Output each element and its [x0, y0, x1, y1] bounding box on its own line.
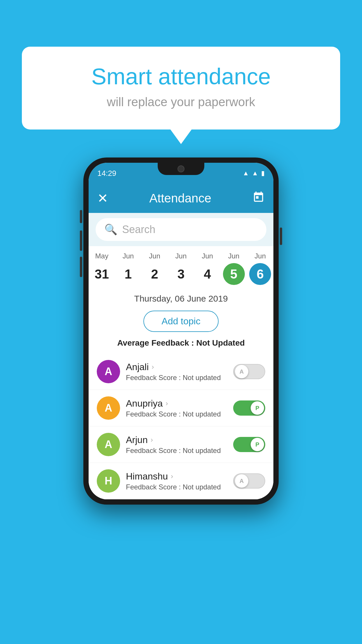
phone-mockup: 14:29 ▲ ▲ ▮ ✕ Attendance: [83, 158, 279, 505]
day-number-2: 2: [144, 263, 166, 285]
toggle-thumb-himanshu: A: [235, 474, 248, 488]
search-icon: 🔍: [104, 223, 117, 236]
student-info-arjun: Arjun › Feedback Score : Not updated: [126, 435, 227, 455]
toggle-thumb-anupriya: P: [251, 401, 264, 415]
avg-feedback-value: Not Updated: [196, 338, 245, 347]
avatar-arjun: A: [97, 433, 120, 456]
calendar-day-1[interactable]: Jun 1: [116, 252, 140, 285]
calendar-day-0[interactable]: May 31: [89, 252, 114, 285]
student-info-anupriya: Anupriya › Feedback Score : Not updated: [126, 398, 227, 418]
day-month-4: Jun: [202, 252, 213, 260]
day-month-0: May: [95, 252, 108, 260]
student-feedback-anupriya: Feedback Score : Not updated: [126, 410, 227, 418]
volume-down-button: [80, 257, 82, 277]
power-button: [280, 228, 282, 245]
attendance-toggle-himanshu[interactable]: A: [233, 473, 265, 489]
student-item-arjun[interactable]: A Arjun › Feedback Score : Not updated P: [89, 426, 273, 463]
calendar-day-6[interactable]: Jun 6: [248, 252, 273, 285]
page-title: Attendance: [149, 191, 211, 205]
student-list: A Anjali › Feedback Score : Not updated …: [89, 354, 273, 499]
day-month-6: Jun: [254, 252, 266, 260]
day-number-0: 31: [91, 263, 113, 285]
speech-bubble-container: Smart attendance will replace your paper…: [22, 47, 340, 130]
speech-bubble: Smart attendance will replace your paper…: [22, 47, 340, 130]
day-month-5: Jun: [228, 252, 240, 260]
day-month-3: Jun: [175, 252, 187, 260]
student-name-arjun: Arjun ›: [126, 435, 227, 445]
avatar-anupriya: A: [97, 396, 120, 420]
add-topic-container: Add topic: [89, 308, 273, 338]
day-number-6: 6: [249, 263, 271, 285]
phone-outer: 14:29 ▲ ▲ ▮ ✕ Attendance: [83, 158, 279, 505]
attendance-toggle-anupriya[interactable]: P: [233, 400, 265, 416]
search-container: 🔍 Search: [89, 213, 273, 246]
student-feedback-arjun: Feedback Score : Not updated: [126, 447, 227, 455]
avg-feedback-label: Average Feedback :: [117, 338, 196, 347]
signal-icon: ▲: [252, 169, 258, 177]
search-input[interactable]: Search: [122, 223, 155, 236]
close-button[interactable]: ✕: [97, 192, 108, 205]
student-name-anupriya: Anupriya ›: [126, 398, 227, 409]
battery-icon: ▮: [261, 169, 265, 177]
calendar-day-2[interactable]: Jun 2: [142, 252, 167, 285]
day-month-1: Jun: [122, 252, 134, 260]
avatar-himanshu: H: [97, 469, 120, 493]
phone-screen: 14:29 ▲ ▲ ▮ ✕ Attendance: [89, 163, 273, 499]
day-number-1: 1: [117, 263, 139, 285]
student-info-anjali: Anjali › Feedback Score : Not updated: [126, 362, 227, 382]
mute-button: [80, 210, 82, 223]
student-feedback-himanshu: Feedback Score : Not updated: [126, 483, 227, 491]
day-number-4: 4: [196, 263, 218, 285]
calendar-icon[interactable]: [252, 191, 265, 206]
date-display: Thursday, 06 June 2019: [89, 288, 273, 308]
search-bar[interactable]: 🔍 Search: [96, 218, 266, 241]
chevron-right-icon: ›: [151, 436, 153, 444]
student-item-himanshu[interactable]: H Himanshu › Feedback Score : Not update…: [89, 463, 273, 499]
toggle-thumb-arjun: P: [251, 438, 264, 451]
average-feedback: Average Feedback : Not Updated: [89, 338, 273, 354]
student-info-himanshu: Himanshu › Feedback Score : Not updated: [126, 471, 227, 491]
add-topic-button[interactable]: Add topic: [143, 311, 218, 332]
calendar-day-4[interactable]: Jun 4: [195, 252, 220, 285]
student-item-anupriya[interactable]: A Anupriya › Feedback Score : Not update…: [89, 390, 273, 426]
phone-notch: [158, 163, 204, 175]
day-number-3: 3: [170, 263, 192, 285]
speech-bubble-title: Smart attendance: [45, 64, 317, 89]
calendar-strip: May 31 Jun 1 Jun 2 Jun 3 Jun 4: [89, 246, 273, 288]
avatar-anjali: A: [97, 360, 120, 383]
toggle-thumb-anjali: A: [235, 365, 248, 378]
attendance-toggle-anjali[interactable]: A: [233, 364, 265, 379]
calendar-day-5[interactable]: Jun 5: [222, 252, 246, 285]
chevron-right-icon: ›: [166, 399, 168, 407]
student-name-himanshu: Himanshu ›: [126, 471, 227, 482]
student-name-anjali: Anjali ›: [126, 362, 227, 372]
chevron-right-icon: ›: [152, 363, 154, 371]
status-time: 14:29: [97, 169, 116, 178]
attendance-toggle-arjun[interactable]: P: [233, 437, 265, 452]
phone-camera: [178, 165, 184, 172]
chevron-right-icon: ›: [171, 472, 173, 480]
status-icons: ▲ ▲ ▮: [242, 169, 265, 177]
wifi-icon: ▲: [242, 169, 249, 177]
calendar-day-3[interactable]: Jun 3: [168, 252, 193, 285]
student-item-anjali[interactable]: A Anjali › Feedback Score : Not updated …: [89, 354, 273, 390]
volume-up-button: [80, 230, 82, 251]
speech-bubble-subtitle: will replace your paperwork: [45, 95, 317, 109]
student-feedback-anjali: Feedback Score : Not updated: [126, 374, 227, 382]
app-header: ✕ Attendance: [89, 184, 273, 213]
day-month-2: Jun: [149, 252, 160, 260]
day-number-5: 5: [223, 263, 245, 285]
